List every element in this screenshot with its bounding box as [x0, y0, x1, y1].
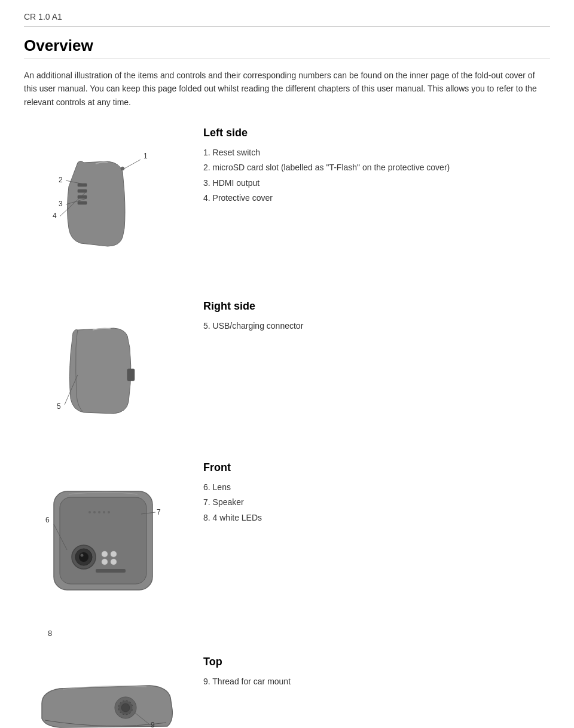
top-text: Top 9. Thread for car mount	[191, 650, 550, 689]
front-heading: Front	[203, 461, 550, 474]
svg-text:6: 6	[45, 516, 50, 524]
svg-rect-13	[127, 369, 135, 381]
front-image: 6 7	[24, 455, 191, 623]
svg-point-23	[111, 551, 117, 557]
top-list: 9. Thread for car mount	[203, 674, 550, 689]
svg-point-21	[81, 554, 84, 557]
svg-line-5	[124, 160, 141, 169]
svg-point-29	[98, 511, 100, 513]
left-side-heading: Left side	[203, 127, 550, 139]
intro-text: An additional illustration of the items …	[24, 69, 550, 109]
right-side-svg: 5	[36, 300, 179, 432]
right-item-1: 5. USB/charging connector	[203, 319, 550, 334]
svg-point-4	[121, 167, 124, 170]
svg-text:3: 3	[59, 200, 63, 208]
right-side-heading: Right side	[203, 300, 550, 313]
svg-rect-3	[78, 201, 87, 204]
svg-rect-2	[78, 195, 87, 198]
svg-point-20	[79, 552, 88, 562]
svg-text:4: 4	[53, 212, 57, 220]
svg-point-30	[103, 511, 105, 513]
svg-point-31	[108, 511, 110, 513]
label-8: 8	[48, 629, 550, 638]
svg-text:7: 7	[157, 508, 161, 516]
left-side-list: 1. Reset switch 2. microSD card slot (la…	[203, 145, 550, 206]
right-side-list: 5. USB/charging connector	[203, 319, 550, 334]
svg-point-24	[102, 559, 108, 565]
front-svg: 6 7	[30, 461, 185, 617]
right-side-row: 5 Right side 5. USB/charging connector	[24, 294, 550, 438]
left-side-row: 1 2 3 4 Left side 1. Reset switch 2. mic…	[24, 121, 550, 276]
svg-rect-26	[96, 569, 126, 573]
left-item-4: 4. Protective cover	[203, 191, 550, 206]
svg-point-38	[121, 703, 130, 712]
front-text: Front 6. Lens 7. Speaker 8. 4 white LEDs	[191, 455, 550, 525]
svg-point-28	[93, 511, 96, 513]
svg-point-25	[111, 559, 117, 565]
page-header: CR 1.0 A1	[24, 12, 550, 27]
svg-rect-1	[78, 189, 87, 192]
top-image: 9	[24, 650, 191, 728]
top-heading: Top	[203, 656, 550, 668]
section-heading: Overview	[24, 36, 550, 59]
svg-text:9: 9	[151, 721, 155, 728]
page-title-header: CR 1.0 A1	[24, 12, 62, 22]
top-row: 9 Top 9. Thread for car mount	[24, 650, 550, 728]
front-row: 6 7 Front 6. Lens 7. Speaker 8. 4 white …	[24, 455, 550, 623]
top-svg: 9	[30, 656, 185, 728]
top-item-1: 9. Thread for car mount	[203, 674, 550, 689]
svg-text:1: 1	[144, 152, 148, 160]
right-side-image: 5	[24, 294, 191, 438]
front-item-2: 7. Speaker	[203, 495, 550, 510]
svg-point-22	[102, 551, 108, 557]
left-side-svg: 1 2 3 4	[36, 127, 179, 270]
front-list: 6. Lens 7. Speaker 8. 4 white LEDs	[203, 480, 550, 525]
right-side-text: Right side 5. USB/charging connector	[191, 294, 550, 334]
svg-text:5: 5	[57, 402, 61, 411]
left-item-2: 2. microSD card slot (labelled as "T-Fla…	[203, 160, 550, 175]
front-item-3: 8. 4 white LEDs	[203, 510, 550, 525]
front-item-1: 6. Lens	[203, 480, 550, 495]
left-item-1: 1. Reset switch	[203, 145, 550, 160]
svg-point-27	[88, 511, 91, 513]
svg-text:2: 2	[59, 176, 63, 184]
left-item-3: 3. HDMI output	[203, 176, 550, 191]
left-side-image: 1 2 3 4	[24, 121, 191, 276]
left-side-text: Left side 1. Reset switch 2. microSD car…	[191, 121, 550, 206]
